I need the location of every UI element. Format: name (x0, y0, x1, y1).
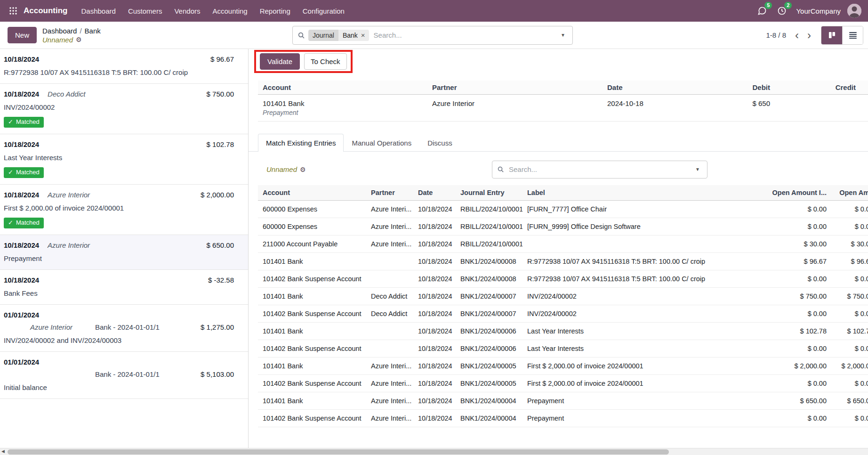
cell-label (522, 236, 762, 253)
topbar-right: 5 2 YourCompany (755, 3, 861, 18)
col-partner[interactable]: Partner (366, 185, 413, 201)
col-date[interactable]: Date (413, 185, 456, 201)
match-table-row[interactable]: 101402 Bank Suspense AccountAzure Interi… (258, 375, 868, 392)
cell-label: Last Year Interests (522, 323, 762, 340)
match-table-body: 600000 ExpensesAzure Interi...10/18/2024… (258, 201, 868, 427)
topbar-menu-item-accounting[interactable]: Accounting (206, 0, 253, 22)
cell-open-amount-currency: $ 650.00 (831, 392, 868, 410)
cell-partner (366, 323, 413, 340)
match-table-wrap: Account Partner Date Journal Entry Label… (249, 185, 868, 427)
col-journal-entry[interactable]: Journal Entry (456, 185, 522, 201)
horizontal-scrollbar[interactable]: ◀ (0, 448, 868, 455)
statement-line[interactable]: 10/18/2024Last Year Interests✓Matched$ 1… (0, 134, 248, 185)
tab-manual-operations[interactable]: Manual Operations (344, 134, 419, 152)
user-avatar[interactable] (847, 4, 861, 18)
kanban-view-button[interactable] (821, 26, 842, 44)
col-open-amount-currency[interactable]: Open Amo (831, 185, 868, 201)
cell-date: 10/18/2024 (413, 375, 456, 392)
topbar-menu-item-customers[interactable]: Customers (122, 0, 169, 22)
topbar-menu-item-dashboard[interactable]: Dashboard (75, 0, 122, 22)
match-table-row[interactable]: 211000 Account PayableAzure Interi...10/… (258, 236, 868, 253)
cell-account: 600000 Expenses (258, 218, 366, 236)
cell-account: 211000 Account Payable (258, 236, 366, 253)
gear-icon[interactable]: ⚙ (76, 36, 82, 43)
match-table-row[interactable]: 101402 Bank Suspense AccountAzure Interi… (258, 410, 868, 427)
validate-button[interactable]: Validate (260, 53, 300, 70)
match-table-row[interactable]: 101401 BankDeco Addict10/18/2024BNK1/202… (258, 288, 868, 305)
line-label: Bank Fees (4, 289, 192, 298)
search-input[interactable] (369, 31, 554, 39)
cell-account: 101401 Bank (258, 288, 366, 305)
cell-account: 101402 Bank Suspense Account (258, 340, 366, 358)
cell-journal-entry: BNK1/2024/00007 (456, 305, 522, 323)
line-date: 10/18/2024 (4, 90, 39, 98)
new-button[interactable]: New (8, 27, 37, 43)
gear-icon[interactable]: ⚙ (300, 166, 306, 173)
line-date: 01/01/2024 (4, 358, 39, 366)
activities-badge: 2 (784, 2, 792, 9)
statement-line[interactable]: 10/18/2024R:9772938 10/07 AX 9415116318 … (0, 49, 248, 84)
topbar-menu-item-vendors[interactable]: Vendors (168, 0, 206, 22)
check-icon: ✓ (8, 219, 13, 227)
cell-journal-entry: BNK1/2024/00008 (456, 270, 522, 288)
statement-line[interactable]: 10/18/2024Azure InteriorFirst $ 2,000.00… (0, 185, 248, 235)
col-account: Account (258, 81, 427, 95)
cell-account: 101402 Bank Suspense Account (258, 375, 366, 392)
messages-button[interactable]: 5 (755, 3, 770, 18)
statement-line[interactable]: 01/01/2024Bank - 2024-01-01/1Initial bal… (0, 352, 248, 399)
cell-open-amount: $ 0.00 (762, 270, 831, 288)
notebook-tabs: Match Existing EntriesManual OperationsD… (249, 134, 868, 152)
match-search-caret-icon[interactable]: ▼ (688, 161, 707, 178)
topbar-menu-item-configuration[interactable]: Configuration (297, 0, 351, 22)
statement-line[interactable]: 10/18/2024Bank Fees$ -32.58 (0, 270, 248, 305)
match-table-row[interactable]: 101402 Bank Suspense Account10/18/2024BN… (258, 340, 868, 358)
cell-date: 10/18/2024 (413, 358, 456, 375)
topbar-menu-item-reporting[interactable]: Reporting (254, 0, 297, 22)
journal-line-row[interactable]: 101401 Bank Prepayment Azure Interior 20… (258, 95, 868, 122)
cell-label: INV/2024/00002 (522, 305, 762, 323)
match-table-row[interactable]: 101401 BankAzure Interi...10/18/2024BNK1… (258, 392, 868, 410)
match-table-row[interactable]: 101401 BankAzure Interi...10/18/2024BNK1… (258, 358, 868, 375)
apps-grid-icon[interactable] (6, 3, 21, 18)
company-name[interactable]: YourCompany (796, 7, 841, 15)
match-search-input[interactable] (504, 165, 688, 173)
activities-button[interactable]: 2 (774, 3, 789, 18)
statement-line[interactable]: 10/18/2024Azure InteriorPrepayment$ 650.… (0, 235, 248, 270)
statement-line[interactable]: 01/01/2024Azure InteriorBank - 2024-01-0… (0, 305, 248, 352)
match-table-row[interactable]: 600000 ExpensesAzure Interi...10/18/2024… (258, 218, 868, 236)
match-table-row[interactable]: 101402 Bank Suspense Account10/18/2024BN… (258, 270, 868, 288)
match-table-row[interactable]: 600000 ExpensesAzure Interi...10/18/2024… (258, 201, 868, 218)
cell-account: 600000 Expenses (258, 201, 366, 218)
statement-line[interactable]: 10/18/2024Deco AddictINV/2024/00002✓Matc… (0, 84, 248, 134)
cell-account: 101401 Bank (258, 358, 366, 375)
matched-badge: ✓Matched (4, 218, 44, 228)
breadcrumb-dashboard[interactable]: Dashboard (42, 27, 77, 35)
col-label[interactable]: Label (522, 185, 762, 201)
pager-previous-icon[interactable]: ‹ (791, 30, 803, 41)
tab-discuss[interactable]: Discuss (419, 134, 460, 152)
to-check-button[interactable]: To Check (304, 53, 347, 70)
col-account[interactable]: Account (258, 185, 366, 201)
line-label: Initial balance (4, 383, 192, 392)
app-name[interactable]: Accounting (24, 6, 68, 16)
cell-date: 2024-10-18 (603, 95, 732, 122)
cell-open-amount: $ 650.00 (762, 392, 831, 410)
tab-match-existing-entries[interactable]: Match Existing Entries (258, 134, 344, 152)
scroll-left-icon[interactable]: ◀ (1, 449, 5, 454)
match-table-row[interactable]: 101402 Bank Suspense AccountDeco Addict1… (258, 305, 868, 323)
breadcrumb: Dashboard/Bank Unnamed ⚙ (42, 27, 101, 44)
list-view-button[interactable] (842, 26, 863, 44)
cell-label: First $ 2,000.00 of invoice 2024/00001 (522, 375, 762, 392)
pager-next-icon[interactable]: › (803, 30, 815, 41)
facet-category: Journal (308, 30, 338, 41)
search-dropdown-caret-icon[interactable]: ▼ (554, 26, 572, 44)
match-table-row[interactable]: 101401 Bank10/18/2024BNK1/2024/00008R:97… (258, 253, 868, 270)
match-table-row[interactable]: 101401 Bank10/18/2024BNK1/2024/00006Last… (258, 323, 868, 340)
cell-partner: Azure Interi... (366, 392, 413, 410)
scrollbar-thumb[interactable] (8, 449, 669, 455)
reconciliation-form: Validate To Check Account Partner Date D… (249, 49, 868, 455)
kanban-icon (828, 32, 836, 39)
cell-credit (775, 95, 868, 122)
col-open-amount[interactable]: Open Amount I... (762, 185, 831, 201)
facet-remove-icon[interactable]: × (361, 32, 365, 39)
